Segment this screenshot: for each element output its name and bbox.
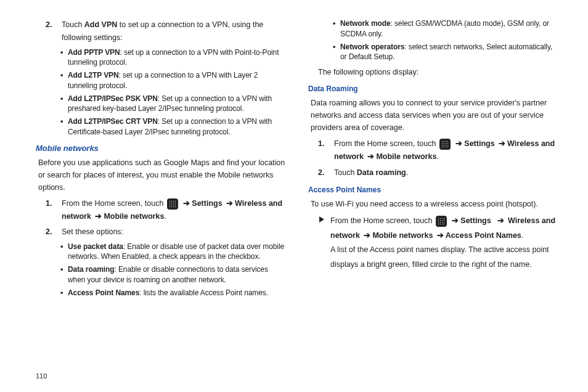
bullet-dot: •: [60, 288, 68, 299]
bullet-l2tp-crt: • Add L2TP/IPSec CRT VPN: Set up a conne…: [60, 116, 286, 137]
triangle-bullet-icon: [319, 216, 324, 223]
bullet-dot: •: [333, 18, 340, 39]
bold-text: Add VPN: [84, 20, 117, 29]
step-body: From the Home screen, touch ➔Settings ➔W…: [62, 197, 286, 224]
bullet-dot: •: [60, 264, 68, 285]
bullet-body: Add L2TP/IPSec PSK VPN: Set up a connect…: [68, 94, 286, 115]
apps-grid-icon: [439, 139, 451, 150]
step-2-addvpn: 2. Touch Add VPN to set up a connection …: [46, 18, 286, 45]
bullet-dot: •: [60, 47, 68, 68]
bold-text: Access Point Names: [446, 231, 521, 240]
arrow-icon: ➔: [452, 216, 459, 225]
bullet-body: Add L2TP VPN: set up a connection to a V…: [68, 70, 286, 91]
arrow-icon: ➔: [455, 139, 462, 148]
mn-intro-para: Before you use applications such as Goog…: [38, 157, 286, 194]
dr-intro-para: Data roaming allows you to connect to yo…: [311, 97, 558, 134]
text: From the Home screen, touch: [330, 216, 435, 225]
instruction-body: From the Home screen, touch ➔Settings ➔ …: [330, 214, 558, 272]
bold-text: Mobile networks: [104, 212, 164, 221]
arrow-icon: ➔: [364, 231, 370, 240]
apn-intro-para: To use Wi-Fi you need access to a wirele…: [311, 198, 558, 210]
bullet-l2tp: • Add L2TP VPN: set up a connection to a…: [60, 70, 286, 91]
left-column: 2. Touch Add VPN to set up a connection …: [36, 16, 297, 380]
bullet-body: Add L2TP/IPSec CRT VPN: Set up a connect…: [68, 116, 286, 137]
bullet-pptp: • Add PPTP VPN: set up a connection to a…: [60, 47, 286, 68]
text: .: [406, 168, 408, 177]
arrow-icon: ➔: [95, 212, 102, 221]
bold-text: Settings: [460, 216, 491, 225]
arrow-icon: ➔: [183, 199, 190, 208]
bold-text: Settings: [464, 139, 494, 148]
step-body: Touch Add VPN to set up a connection to …: [62, 18, 286, 45]
bold-text: Data roaming: [68, 265, 114, 274]
bullet-packet-data: • Use packet data: Enable or disable use…: [60, 242, 286, 263]
right-column: • Network mode: select GSM/WCDMA (auto m…: [297, 16, 558, 380]
text: A list of the Access point names display…: [330, 245, 549, 269]
apps-grid-icon: [436, 216, 447, 227]
mobile-networks-heading: Mobile networks: [36, 144, 286, 153]
bold-text: Use packet data: [68, 242, 123, 251]
step-number: 1.: [46, 197, 62, 224]
bullet-dot: •: [60, 116, 68, 137]
bold-text: Add L2TP/IPSec PSK VPN: [68, 94, 158, 103]
apn-instruction: From the Home screen, touch ➔Settings ➔ …: [319, 214, 558, 272]
step-body: Set these options:: [62, 226, 286, 239]
bullet-dot: •: [60, 94, 68, 115]
apps-grid-icon: [167, 198, 178, 210]
text: Touch: [62, 20, 84, 29]
arrow-icon: ➔: [437, 231, 444, 240]
step-body: Touch Data roaming.: [334, 166, 558, 179]
bullet-network-operators: • Network operators: select search netwo…: [333, 42, 558, 63]
bullet-body: Access Point Names: lists the available …: [68, 288, 286, 299]
dr-step-1: 1. From the Home screen, touch ➔Settings…: [318, 137, 558, 164]
mn-step-1: 1. From the Home screen, touch ➔Settings…: [46, 197, 286, 224]
bullet-body: Network operators: select search network…: [340, 42, 558, 63]
bold-text: Network operators: [340, 43, 404, 51]
text: .: [521, 231, 523, 240]
arrow-icon: ➔: [367, 152, 374, 161]
bullet-apn: • Access Point Names: lists the availabl…: [60, 288, 286, 299]
arrow-icon: ➔: [499, 139, 505, 148]
text: From the Home screen, touch: [334, 139, 438, 148]
bold-text: Data roaming: [357, 168, 406, 177]
step-number: 2.: [318, 166, 334, 179]
bullet-dot: •: [60, 242, 68, 263]
bold-text: Settings: [192, 199, 222, 208]
data-roaming-heading: Data Roaming: [308, 84, 558, 93]
mn-step-2: 2. Set these options:: [46, 226, 286, 239]
apn-heading: Access Point Names: [308, 186, 558, 194]
bold-text: Add L2TP/IPSec CRT VPN: [68, 117, 158, 126]
arrow-icon: ➔: [226, 199, 233, 208]
bold-text: Add PPTP VPN: [68, 48, 120, 57]
bullet-l2tp-psk: • Add L2TP/IPSec PSK VPN: Set up a conne…: [60, 94, 286, 115]
step-number: 1.: [318, 137, 334, 164]
bullet-data-roaming: • Data roaming: Enable or disable connec…: [60, 264, 286, 285]
text: From the Home screen, touch: [62, 199, 166, 208]
following-options-para: The following options display:: [318, 66, 558, 78]
bullet-body: Use packet data: Enable or disable use o…: [68, 242, 286, 263]
bold-text: Mobile networks: [376, 152, 436, 161]
manual-page: 2. Touch Add VPN to set up a connection …: [0, 0, 588, 392]
bullet-dot: •: [333, 42, 340, 63]
bullet-body: Network mode: select GSM/WCDMA (auto mod…: [340, 18, 558, 39]
step-body: From the Home screen, touch ➔Settings ➔W…: [334, 137, 558, 164]
bullet-body: Add PPTP VPN: set up a connection to a V…: [68, 47, 286, 68]
bold-text: Network mode: [340, 19, 390, 28]
bold-text: Add L2TP VPN: [68, 71, 119, 80]
bullet-body: Data roaming: Enable or disable connecti…: [68, 264, 286, 285]
page-number: 110: [36, 372, 47, 380]
dr-step-2: 2. Touch Data roaming.: [318, 166, 558, 179]
text: : lists the available Access Point names…: [139, 288, 268, 297]
text: Touch: [334, 168, 357, 177]
step-number: 2.: [46, 226, 62, 239]
bullet-network-mode: • Network mode: select GSM/WCDMA (auto m…: [333, 18, 558, 39]
bullet-dot: •: [60, 70, 68, 91]
step-number: 2.: [46, 18, 62, 45]
bold-text: Mobile networks: [372, 231, 433, 240]
arrow-icon: ➔: [497, 216, 504, 225]
bold-text: Access Point Names: [68, 288, 139, 297]
